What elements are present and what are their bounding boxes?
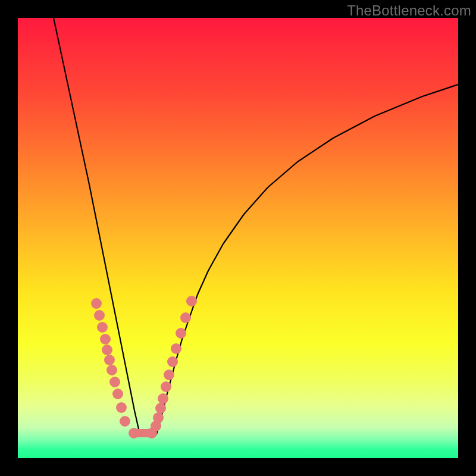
highlight-dot [97, 322, 108, 333]
highlight-dot [102, 345, 112, 355]
watermark-text: TheBottleneck.com [347, 2, 471, 19]
highlight-dot [176, 328, 186, 339]
highlight-dots-group [91, 296, 197, 439]
highlight-dot [171, 343, 181, 354]
highlight-dot [158, 393, 168, 404]
highlight-dot [104, 355, 115, 365]
highlight-dot [164, 369, 174, 380]
highlight-dot [91, 298, 102, 309]
highlight-dot [100, 334, 111, 345]
highlight-dot [129, 428, 139, 439]
highlight-dot [109, 377, 120, 387]
chart-frame [18, 18, 458, 458]
highlight-dot [161, 381, 171, 392]
chart-svg [18, 18, 458, 458]
highlight-dot [155, 403, 166, 414]
highlight-dot [94, 310, 105, 321]
highlight-dot [180, 312, 191, 323]
highlight-dot [167, 356, 178, 367]
highlight-dot [107, 365, 117, 375]
highlight-dot [186, 296, 197, 306]
highlight-dot [112, 389, 123, 399]
highlight-dot [153, 412, 164, 423]
highlight-dot [116, 402, 127, 413]
highlight-dot [120, 416, 130, 427]
